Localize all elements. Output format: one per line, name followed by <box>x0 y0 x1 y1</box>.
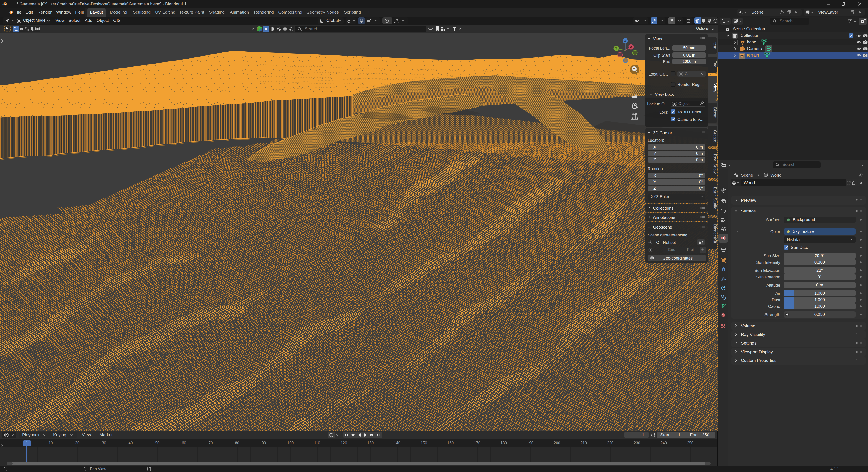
svg-text:Z: Z <box>624 39 626 42</box>
svg-text:Y: Y <box>615 46 617 50</box>
svg-text:X: X <box>630 45 632 49</box>
